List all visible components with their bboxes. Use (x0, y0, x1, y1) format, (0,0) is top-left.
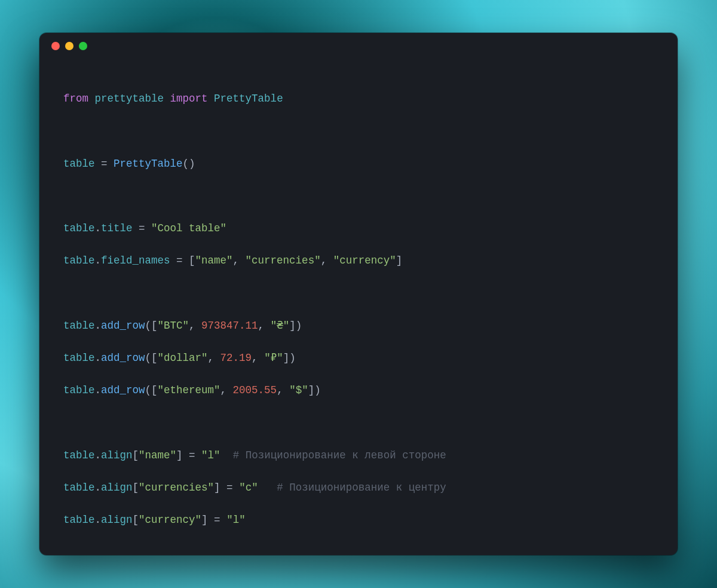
code-line: table.add_row(["ethereum", 2005.55, "$"]… (63, 382, 654, 399)
close-icon[interactable] (51, 42, 60, 50)
code-editor[interactable]: from prettytable import PrettyTable tabl… (39, 59, 678, 555)
code-line: from prettytable import PrettyTable (63, 91, 654, 107)
code-line: table.add_row(["BTC", 973847.11, "₴"]) (63, 318, 654, 334)
code-line: table.align["name"] = "l" # Позициониров… (63, 448, 654, 464)
code-line: table = PrettyTable() (63, 156, 654, 172)
editor-window: from prettytable import PrettyTable tabl… (39, 33, 678, 555)
code-line: table.field_names = ["name", "currencies… (63, 253, 654, 269)
minimize-icon[interactable] (65, 42, 73, 50)
code-line: table.align["currency"] = "l" (63, 512, 654, 528)
maximize-icon[interactable] (79, 42, 87, 50)
code-line: table.add_row(["dollar", 72.19, "₽"]) (63, 350, 654, 366)
code-line: table.title = "Cool table" (63, 220, 654, 237)
code-line: table.align["currencies"] = "c" # Позици… (63, 480, 654, 496)
window-titlebar (39, 33, 678, 59)
